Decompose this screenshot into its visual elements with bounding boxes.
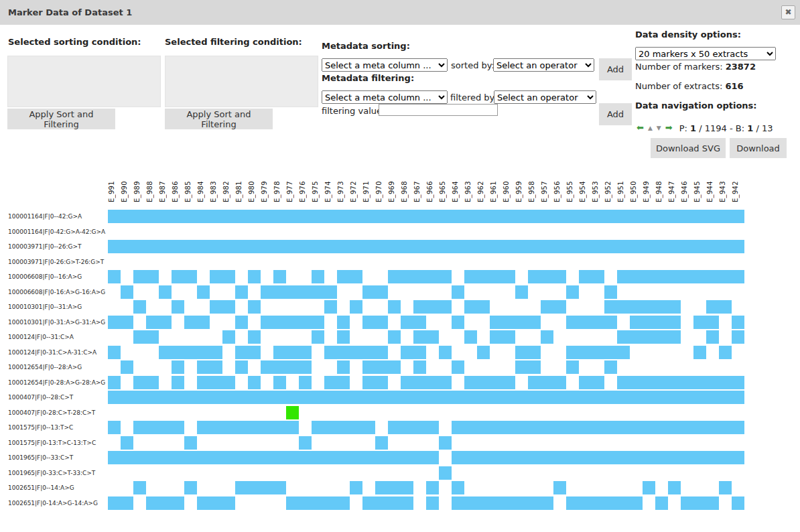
grid-cell[interactable] xyxy=(732,210,744,223)
grid-cell[interactable] xyxy=(426,406,439,419)
grid-cell[interactable] xyxy=(706,285,719,299)
grid-cell[interactable] xyxy=(146,391,159,404)
grid-cell[interactable] xyxy=(401,481,413,494)
grid-cell[interactable] xyxy=(248,376,261,389)
grid-cell[interactable] xyxy=(337,451,350,464)
grid-cell[interactable] xyxy=(592,330,604,344)
grid-cell[interactable] xyxy=(693,316,706,329)
grid-cell[interactable] xyxy=(617,285,630,299)
grid-cell[interactable] xyxy=(108,421,121,434)
grid-cell[interactable] xyxy=(197,316,210,329)
grid-cell[interactable] xyxy=(553,406,566,419)
grid-cell[interactable] xyxy=(362,421,375,434)
grid-cell[interactable] xyxy=(146,210,159,223)
grid-cell[interactable] xyxy=(693,391,706,404)
grid-cell[interactable] xyxy=(401,240,413,253)
grid-cell[interactable] xyxy=(452,346,464,359)
grid-cell[interactable] xyxy=(490,376,503,389)
grid-cell[interactable] xyxy=(273,406,286,419)
grid-cell[interactable] xyxy=(184,481,197,494)
grid-cell[interactable] xyxy=(439,421,452,434)
grid-cell[interactable] xyxy=(490,210,503,223)
grid-cell[interactable] xyxy=(375,406,388,419)
grid-cell[interactable] xyxy=(184,346,197,359)
grid-cell[interactable] xyxy=(261,300,273,314)
grid-cell[interactable] xyxy=(528,225,541,239)
grid-cell[interactable] xyxy=(592,346,604,359)
grid-cell[interactable] xyxy=(286,210,299,223)
grid-cell[interactable] xyxy=(490,391,503,404)
grid-cell[interactable] xyxy=(324,496,337,510)
grid-cell[interactable] xyxy=(172,360,184,374)
grid-cell[interactable] xyxy=(375,300,388,314)
grid-cell[interactable] xyxy=(541,285,553,299)
grid-cell[interactable] xyxy=(133,330,146,344)
grid-cell[interactable] xyxy=(668,225,681,239)
grid-cell[interactable] xyxy=(464,285,477,299)
grid-cell[interactable] xyxy=(477,496,490,510)
grid-cell[interactable] xyxy=(732,240,744,253)
filter-operator-select[interactable]: Select an operator xyxy=(494,90,596,104)
grid-cell[interactable] xyxy=(388,285,401,299)
grid-cell[interactable] xyxy=(413,376,426,389)
grid-cell[interactable] xyxy=(235,330,248,344)
grid-cell[interactable] xyxy=(299,346,312,359)
grid-cell[interactable] xyxy=(630,421,643,434)
grid-cell[interactable] xyxy=(604,496,617,510)
grid-cell[interactable] xyxy=(604,360,617,374)
grid-cell[interactable] xyxy=(273,481,286,494)
grid-cell[interactable] xyxy=(401,225,413,239)
grid-cell[interactable] xyxy=(172,285,184,299)
grid-cell[interactable] xyxy=(172,330,184,344)
grid-cell[interactable] xyxy=(337,496,350,510)
grid-cell[interactable] xyxy=(553,225,566,239)
grid-cell[interactable] xyxy=(350,496,362,510)
grid-cell[interactable] xyxy=(630,330,643,344)
grid-cell[interactable] xyxy=(477,210,490,223)
grid-cell[interactable] xyxy=(439,360,452,374)
grid-cell[interactable] xyxy=(439,406,452,419)
filtering-condition-box[interactable] xyxy=(165,56,318,107)
grid-cell[interactable] xyxy=(515,496,528,510)
grid-cell[interactable] xyxy=(732,316,744,329)
grid-cell[interactable] xyxy=(362,451,375,464)
grid-cell[interactable] xyxy=(681,210,693,223)
grid-cell[interactable] xyxy=(604,391,617,404)
grid-cell[interactable] xyxy=(337,285,350,299)
grid-cell[interactable] xyxy=(375,376,388,389)
grid-cell[interactable] xyxy=(261,496,273,510)
grid-cell[interactable] xyxy=(681,406,693,419)
grid-cell[interactable] xyxy=(630,270,643,283)
grid-cell[interactable] xyxy=(528,210,541,223)
grid-cell[interactable] xyxy=(579,466,592,480)
grid-cell[interactable] xyxy=(261,225,273,239)
grid-cell[interactable] xyxy=(146,316,159,329)
grid-cell[interactable] xyxy=(528,451,541,464)
grid-cell[interactable] xyxy=(528,285,541,299)
grid-cell[interactable] xyxy=(401,376,413,389)
grid-cell[interactable] xyxy=(426,285,439,299)
grid-cell[interactable] xyxy=(643,451,655,464)
grid-cell[interactable] xyxy=(261,240,273,253)
grid-cell[interactable] xyxy=(375,225,388,239)
grid-cell[interactable] xyxy=(452,391,464,404)
grid-cell[interactable] xyxy=(375,391,388,404)
grid-cell[interactable] xyxy=(108,316,121,329)
grid-cell[interactable] xyxy=(528,240,541,253)
grid-cell[interactable] xyxy=(617,481,630,494)
add-filter-button[interactable]: Add xyxy=(599,103,632,125)
grid-cell[interactable] xyxy=(515,210,528,223)
grid-cell[interactable] xyxy=(159,421,172,434)
grid-cell[interactable] xyxy=(464,316,477,329)
grid-cell[interactable] xyxy=(541,421,553,434)
grid-cell[interactable] xyxy=(133,360,146,374)
grid-cell[interactable] xyxy=(566,466,579,480)
grid-cell[interactable] xyxy=(655,496,668,510)
grid-cell[interactable] xyxy=(222,330,235,344)
grid-cell[interactable] xyxy=(706,421,719,434)
grid-cell[interactable] xyxy=(235,436,248,450)
grid-cell[interactable] xyxy=(668,316,681,329)
grid-cell[interactable] xyxy=(732,451,744,464)
grid-cell[interactable] xyxy=(108,360,121,374)
grid-cell[interactable] xyxy=(337,240,350,253)
